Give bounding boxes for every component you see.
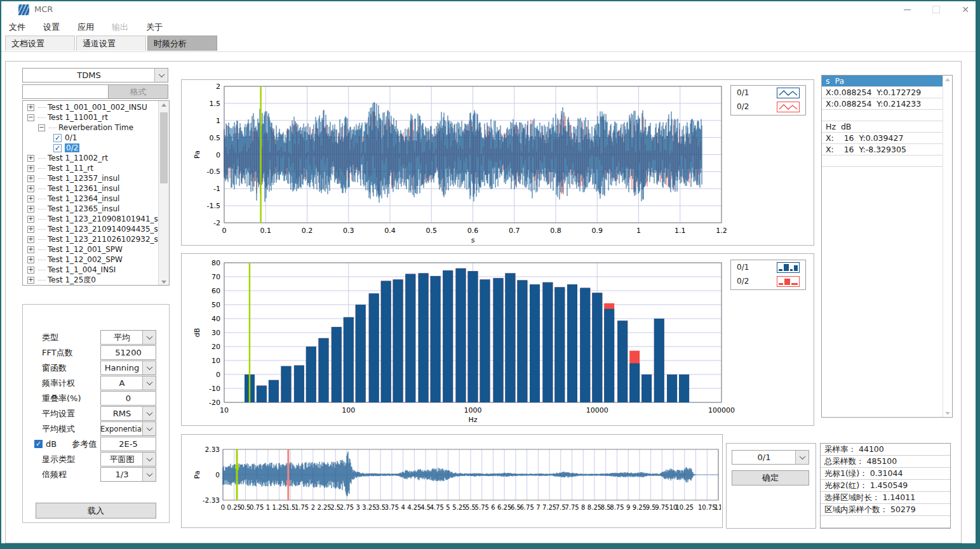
menu-item-output[interactable]: 输出 <box>103 19 137 36</box>
expand-icon[interactable]: + <box>27 195 34 202</box>
spectrum-bar-0-1[interactable] <box>294 366 304 402</box>
scroll-down-icon[interactable] <box>945 412 950 415</box>
cursor-list-scrollbar[interactable] <box>943 76 952 417</box>
spectrum-bar-0-1[interactable] <box>381 281 391 402</box>
spectrum-bar-0-1[interactable] <box>604 309 614 402</box>
spectrum-bar-0-1[interactable] <box>269 380 279 402</box>
spectrum-bar-0-1[interactable] <box>654 319 664 402</box>
spectrum-bar-0-1[interactable] <box>356 305 366 402</box>
format-button[interactable]: 格式 <box>108 84 168 99</box>
overview-channel-select[interactable]: 0/1 <box>732 450 809 465</box>
spectrum-bar-0-1[interactable] <box>567 284 577 402</box>
collapse-icon[interactable]: − <box>27 114 34 121</box>
expand-icon[interactable]: + <box>27 256 34 263</box>
maximize-button[interactable] <box>922 0 951 19</box>
expand-icon[interactable]: + <box>27 216 34 223</box>
menu-item-settings[interactable]: 设置 <box>34 19 69 36</box>
form-input[interactable]: 51200 <box>100 345 156 360</box>
form-input[interactable]: 0 <box>100 391 156 406</box>
collapse-icon[interactable]: − <box>38 124 45 131</box>
expand-icon[interactable]: + <box>27 175 34 182</box>
tree-item[interactable]: +Test 1_1_004_INSI <box>23 265 169 275</box>
confirm-button[interactable]: 确定 <box>732 470 809 486</box>
expand-icon[interactable]: + <box>27 277 34 284</box>
spectrum-bar-0-1[interactable] <box>431 276 441 402</box>
tab-channel-settings[interactable]: 通道设置 <box>76 36 146 51</box>
spectrum-bar-0-1[interactable] <box>257 386 267 402</box>
form-select[interactable]: Hanning <box>100 360 156 375</box>
spectrum-bar-0-1[interactable] <box>592 293 602 402</box>
menu-item-file[interactable]: 文件 <box>0 19 34 36</box>
form-select[interactable]: 1/3 <box>100 467 156 482</box>
cursor-value-row[interactable]: X: 16 Y:0.039427 <box>822 133 943 144</box>
spectrum-bar-0-1[interactable] <box>530 284 540 402</box>
load-button[interactable]: 载入 <box>36 503 156 519</box>
tree-item[interactable]: −Test 1_11001_rt <box>23 112 169 122</box>
tree-item[interactable]: +Test 1_12365_insul <box>23 204 169 214</box>
spectrum-bar-0-1[interactable] <box>517 281 527 403</box>
form-select[interactable]: A <box>100 376 156 390</box>
overview-waveform-chart[interactable]: 2.330-2.3300.250.50.7511.251.51.7522.252… <box>182 435 721 526</box>
cursor-value-row[interactable] <box>822 155 943 167</box>
tree-item[interactable]: +Test 1_12364_insul <box>23 194 169 204</box>
tree-item[interactable]: −Reverberation Time <box>23 122 169 133</box>
spectrum-bar-0-1[interactable] <box>344 317 354 402</box>
menu-item-about[interactable]: 关于 <box>137 19 171 36</box>
file-format-select[interactable]: TDMS <box>22 68 168 83</box>
spectrum-bar-0-1[interactable] <box>443 270 453 402</box>
spectrum-bar-0-1[interactable] <box>679 374 689 402</box>
spectrum-bar-0-1[interactable] <box>369 293 379 402</box>
expand-icon[interactable]: + <box>27 104 34 111</box>
tree-item[interactable]: +Test 1_123_211026102932_spw <box>23 234 169 244</box>
db-checkbox[interactable]: ✓ <box>34 440 43 448</box>
expand-icon[interactable]: + <box>27 185 34 192</box>
menu-item-apply[interactable]: 应用 <box>69 19 103 36</box>
tree-scrollbar[interactable] <box>158 101 169 285</box>
spectrum-bar-0-1[interactable] <box>580 288 590 402</box>
filter-input[interactable] <box>22 84 109 99</box>
spectrum-bar-0-1[interactable] <box>468 271 478 402</box>
expand-icon[interactable]: + <box>27 267 34 274</box>
spectrum-bar-0-1[interactable] <box>319 338 329 402</box>
expand-icon[interactable]: + <box>27 226 34 233</box>
expand-icon[interactable]: + <box>27 155 34 162</box>
spectrum-bar-0-1[interactable] <box>332 327 342 402</box>
cursor-value-row[interactable]: X:0.088254 Y:0.214233 <box>822 98 943 110</box>
spectrum-bar-0-1[interactable] <box>542 282 553 402</box>
tree-item[interactable]: +Test 1_11002_rt <box>23 153 169 163</box>
form-select[interactable]: Exponential <box>100 421 156 436</box>
tree-item[interactable]: +Test 1_12_002_SPW <box>23 255 169 265</box>
spectrum-bar-0-1[interactable] <box>493 278 504 402</box>
spectrum-bar-0-1[interactable] <box>419 274 429 403</box>
tree-item[interactable]: +Test 1_25度0 <box>23 275 169 285</box>
tree-item[interactable]: ✓0/2 <box>23 143 169 153</box>
expand-icon[interactable]: + <box>27 246 34 253</box>
spectrum-bar-0-1[interactable] <box>629 363 640 402</box>
tree-item[interactable]: +Test 1_12361_insul <box>23 183 169 194</box>
spectrum-bar-0-1[interactable] <box>641 374 652 402</box>
form-select[interactable]: 平均 <box>100 330 156 345</box>
tree-item[interactable]: +Test 1_11_rt <box>23 163 169 173</box>
form-select[interactable]: RMS <box>100 406 156 421</box>
spectrum-bar-0-1[interactable] <box>667 374 677 402</box>
minimize-button[interactable] <box>892 0 922 19</box>
tab-time-frequency-analysis[interactable]: 时频分析 <box>147 36 217 51</box>
scroll-up-icon[interactable] <box>161 103 166 107</box>
tree-item[interactable]: ✓0/1 <box>23 133 169 143</box>
expand-icon[interactable]: + <box>27 165 34 172</box>
tree-scrollbar-thumb[interactable] <box>160 112 168 183</box>
spectrum-bar-0-1[interactable] <box>554 288 565 403</box>
tree-item[interactable]: +Test 1_001_001_002_INSU <box>23 102 169 112</box>
cursor-value-row[interactable]: s Pa <box>822 76 943 87</box>
spectrum-chart[interactable]: 80706050403020100-10-2010100100010000100… <box>182 254 812 424</box>
channel-checkbox[interactable]: ✓ <box>53 144 62 152</box>
spectrum-bar-0-1[interactable] <box>617 321 628 402</box>
spectrum-bar-0-1[interactable] <box>456 268 466 402</box>
tree-item[interactable]: +Test 1_123_210908101941_spw <box>23 214 169 224</box>
spectrum-bar-0-1[interactable] <box>393 279 403 402</box>
tree-item[interactable]: +Test 1_12_001_SPW <box>23 244 169 255</box>
tree-item[interactable]: +Test 1_12357_insul <box>23 173 169 183</box>
spectrum-bar-0-1[interactable] <box>405 274 415 402</box>
expand-icon[interactable]: + <box>27 206 34 213</box>
spectrum-bar-0-1[interactable] <box>480 279 490 402</box>
